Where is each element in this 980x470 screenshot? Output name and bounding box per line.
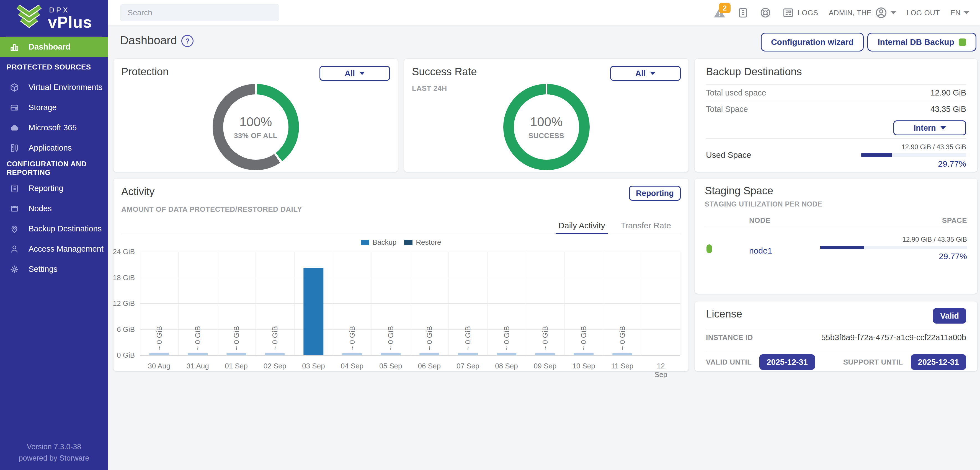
protection-percent-value: 100% — [239, 114, 272, 129]
sidebar-item-label: Virtual Environments — [29, 83, 102, 92]
x-axis-label: 08 Sep — [495, 362, 518, 370]
chevron-down-icon — [650, 72, 655, 75]
staging-space-card: Staging Space STAGING UTILIZATION PER NO… — [695, 179, 977, 294]
tasks-button[interactable] — [737, 6, 749, 19]
sidebar-section-protected-sources: PROTECTED SOURCES — [0, 57, 108, 77]
scroll-icon — [737, 6, 749, 19]
used-space-row: Used Space 12.90 GiB / 43.35 GiB 29.77% — [706, 138, 966, 168]
sidebar-section-configuration-and-reporting: CONFIGURATION AND REPORTING — [0, 158, 108, 178]
protection-card: Protection All 100% 33% OF ALL — [113, 59, 398, 172]
language-menu[interactable]: EN — [950, 9, 969, 17]
bar-value-label: ~ 0 GiB — [464, 326, 472, 350]
reporting-icon — [9, 183, 20, 194]
brand-logo[interactable]: DPX vPlus — [0, 0, 108, 35]
sidebar-item-reporting[interactable]: Reporting — [0, 178, 108, 198]
x-axis-label: 06 Sep — [418, 362, 441, 370]
x-axis-label: 11 Sep — [611, 362, 633, 370]
legend-item-restore: Restore — [404, 238, 441, 247]
brand-name-top: DPX — [49, 6, 92, 14]
main-content: Dashboard ? Configuration wizard Interna… — [108, 25, 980, 470]
protection-filter-select[interactable]: All — [320, 66, 390, 81]
internal-db-backup-button[interactable]: Internal DB Backup — [867, 33, 977, 51]
protection-donut-chart: 100% 33% OF ALL — [213, 84, 299, 170]
backup-bar-01-sep[interactable] — [226, 353, 246, 355]
sidebar-nav: DashboardPROTECTED SOURCESVirtual Enviro… — [0, 37, 108, 279]
page-title: Dashboard — [120, 34, 177, 47]
backup-bar-07-sep[interactable] — [458, 353, 477, 355]
bar-value-label: ~ 0 GiB — [155, 326, 163, 350]
x-axis-label: 09 Sep — [534, 362, 557, 370]
sidebar-item-backup-destinations[interactable]: Backup Destinations — [0, 219, 108, 239]
table-divider — [705, 228, 967, 228]
backup-bar-02-sep[interactable] — [265, 353, 285, 355]
node-link[interactable]: node1 — [749, 246, 772, 256]
sidebar-item-label: Backup Destinations — [29, 224, 102, 233]
bar-value-label: ~ 0 GiB — [541, 326, 549, 350]
bar-value-label: ~ 0 GiB — [579, 326, 588, 350]
logs-button[interactable]: LOGS — [782, 6, 818, 19]
backup-bar-10-sep[interactable] — [574, 353, 593, 355]
license-title: License — [706, 308, 742, 320]
search-input[interactable] — [120, 4, 279, 21]
reporting-button[interactable]: Reporting — [629, 186, 681, 201]
sidebar-item-virtual-environments[interactable]: Virtual Environments — [0, 77, 108, 97]
backup-bar-08-sep[interactable] — [496, 353, 516, 355]
sidebar-item-microsoft-365[interactable]: Microsoft 365 — [0, 118, 108, 138]
page-help-icon[interactable]: ? — [181, 35, 194, 47]
success-rate-filter-select[interactable]: All — [610, 66, 681, 81]
user-icon — [9, 244, 20, 254]
x-axis-label: 30 Aug — [148, 362, 170, 370]
sidebar-item-nodes[interactable]: Nodes — [0, 198, 108, 219]
x-axis-label: 12 Sep — [651, 362, 670, 379]
backup-bar-09-sep[interactable] — [535, 353, 555, 355]
sidebar-item-label: Reporting — [29, 184, 64, 193]
backup-bar-03-sep[interactable] — [304, 268, 323, 355]
backup-bar-31-aug[interactable] — [188, 353, 207, 355]
sidebar-item-label: Nodes — [29, 204, 52, 213]
alerts-button[interactable]: 2 — [713, 6, 726, 19]
instance-id-row: INSTANCE ID 55b3f6a9-f72a-4757-a1c9-ccf2… — [706, 329, 966, 345]
node-usage-progressbar — [820, 246, 967, 249]
tab-transfer-rate[interactable]: Transfer Rate — [620, 221, 671, 234]
bar-value-label: ~ 0 GiB — [387, 326, 395, 350]
backup-bar-04-sep[interactable] — [342, 353, 362, 355]
success-rate-title: Success Rate — [412, 66, 477, 78]
sidebar-item-storage[interactable]: Storage — [0, 97, 108, 118]
used-space-percent: 29.77% — [938, 159, 966, 168]
tab-daily-activity[interactable]: Daily Activity — [558, 221, 605, 234]
protection-percent-caption: 33% OF ALL — [234, 132, 277, 140]
sidebar-item-dashboard[interactable]: Dashboard — [0, 37, 108, 57]
storage-icon — [9, 102, 20, 113]
backup-destination-select[interactable]: Intern — [893, 121, 966, 135]
x-axis-label: 04 Sep — [341, 362, 363, 370]
bar-value-label: ~ 0 GiB — [425, 326, 434, 350]
success-percent-value: 100% — [530, 114, 563, 129]
staging-node-row: node1 12.90 GiB / 43.35 GiB 29.77% — [705, 233, 967, 266]
backup-bar-30-aug[interactable] — [149, 353, 169, 355]
backup-bar-05-sep[interactable] — [381, 353, 401, 355]
node-status-dot — [706, 245, 712, 253]
node-usage-values: 12.90 GiB / 43.35 GiB — [902, 235, 967, 243]
map-pin-icon — [9, 224, 20, 234]
used-space-values: 12.90 GiB / 43.35 GiB — [902, 143, 966, 151]
sidebar-item-applications[interactable]: Applications — [0, 138, 108, 158]
sidebar-item-access-management[interactable]: Access Management — [0, 239, 108, 259]
applications-icon — [9, 143, 20, 153]
user-menu[interactable]: ADMIN, THE — [829, 6, 896, 19]
topbar: 2 — [108, 0, 980, 25]
newspaper-icon — [782, 6, 794, 19]
logout-button[interactable]: LOG OUT — [906, 9, 940, 17]
success-percent-caption: SUCCESS — [528, 132, 564, 140]
instance-id-value: 55b3f6a9-f72a-4757-a1c9-ccf22a11a00b — [821, 333, 966, 342]
column-header-space: SPACE — [942, 216, 967, 225]
staging-space-subtitle: STAGING UTILIZATION PER NODE — [705, 200, 967, 208]
configuration-wizard-button[interactable]: Configuration wizard — [761, 33, 864, 51]
backup-bar-11-sep[interactable] — [612, 353, 632, 355]
backup-bar-06-sep[interactable] — [419, 353, 439, 355]
sidebar-item-label: Access Management — [29, 245, 103, 254]
legend-item-backup: Backup — [361, 238, 397, 247]
x-axis-label: 10 Sep — [572, 362, 595, 370]
x-axis-label: 07 Sep — [457, 362, 479, 370]
sidebar-item-settings[interactable]: Settings — [0, 259, 108, 279]
help-button[interactable] — [759, 6, 772, 19]
